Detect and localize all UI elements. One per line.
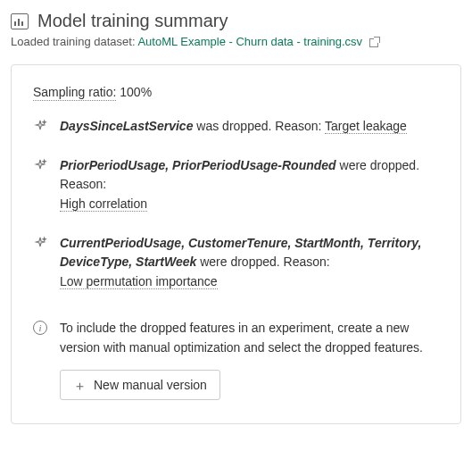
drop-body: PriorPeriodUsage, PriorPeriodUsage-Round…	[60, 156, 439, 214]
button-label: New manual version	[94, 378, 207, 392]
dataset-line: Loaded training dataset: AutoML Example …	[11, 35, 461, 48]
info-text: To include the dropped features in an ex…	[60, 319, 439, 357]
drop-item: PriorPeriodUsage, PriorPeriodUsage-Round…	[33, 156, 439, 214]
drop-features: DaysSinceLastService	[60, 119, 193, 133]
sampling-label: Sampling ratio:	[33, 85, 116, 101]
drop-body: DaysSinceLastService was dropped. Reason…	[60, 117, 439, 137]
drop-verb: was dropped. Reason:	[196, 119, 321, 133]
reason-link-target-leakage[interactable]: Target leakage	[325, 119, 407, 134]
sampling-value: 100%	[120, 85, 152, 99]
loaded-label: Loaded training dataset:	[11, 35, 136, 48]
info-section: i To include the dropped features in an …	[33, 319, 439, 400]
reason-link-low-permutation[interactable]: Low permutation importance	[60, 274, 218, 289]
sampling-ratio: Sampling ratio: 100%	[33, 85, 439, 99]
drop-item: CurrentPeriodUsage, CustomerTenure, Star…	[33, 234, 439, 292]
plus-icon: ＋	[73, 379, 87, 392]
drop-item: DaysSinceLastService was dropped. Reason…	[33, 117, 439, 137]
dataset-name: AutoML Example - Churn data - training.c…	[137, 35, 362, 48]
sparkle-icon	[33, 236, 47, 250]
page-title: Model training summary	[37, 11, 228, 31]
drop-verb: were dropped. Reason:	[200, 255, 330, 269]
dataset-link[interactable]: AutoML Example - Churn data - training.c…	[137, 35, 377, 48]
drop-features: PriorPeriodUsage, PriorPeriodUsage-Round…	[60, 158, 336, 172]
drop-body: CurrentPeriodUsage, CustomerTenure, Star…	[60, 234, 439, 292]
reason-link-high-correlation[interactable]: High correlation	[60, 196, 147, 212]
info-body: To include the dropped features in an ex…	[60, 319, 439, 400]
sparkle-icon	[33, 119, 47, 133]
new-manual-version-button[interactable]: ＋ New manual version	[60, 370, 220, 400]
external-link-icon	[369, 38, 378, 47]
sparkle-icon	[33, 158, 47, 172]
header: Model training summary	[11, 11, 461, 31]
info-icon: i	[33, 321, 47, 335]
chart-icon	[11, 13, 29, 29]
summary-card: Sampling ratio: 100% DaysSinceLastServic…	[11, 64, 461, 424]
